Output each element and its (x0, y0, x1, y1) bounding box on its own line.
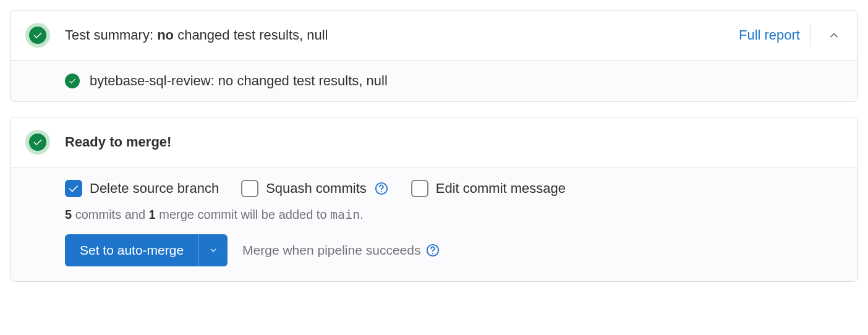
test-summary-header: Test summary: no changed test results, n… (11, 11, 857, 60)
success-status-icon (25, 23, 50, 48)
test-summary-detail-row: bytebase-sql-review: no changed test res… (11, 60, 857, 101)
collapse-toggle[interactable] (825, 27, 843, 44)
squash-commits-checkbox[interactable] (241, 180, 258, 197)
merge-options-row: Delete source branch Squash commits Edit… (65, 180, 843, 197)
test-summary-panel: Test summary: no changed test results, n… (10, 10, 858, 102)
merge-body: Delete source branch Squash commits Edit… (11, 167, 857, 281)
test-detail-text: bytebase-sql-review: no changed test res… (90, 73, 388, 89)
set-auto-merge-button[interactable]: Set to auto-merge (65, 234, 198, 266)
merge-dropdown-button[interactable] (198, 234, 228, 266)
ready-to-merge-title: Ready to merge! (65, 134, 171, 150)
merge-action-row: Set to auto-merge Merge when pipeline su… (65, 234, 843, 266)
merge-panel: Ready to merge! Delete source branch Squ… (10, 117, 858, 282)
edit-commit-label[interactable]: Edit commit message (436, 180, 566, 197)
merge-header: Ready to merge! (11, 117, 857, 167)
svg-point-1 (381, 191, 382, 192)
test-summary-text: Test summary: no changed test results, n… (65, 27, 739, 43)
delete-branch-checkbox[interactable] (65, 180, 82, 197)
squash-help-icon[interactable] (374, 181, 389, 196)
edit-commit-checkbox[interactable] (411, 180, 428, 197)
commits-info-text: 5 commits and 1 merge commit will be add… (65, 207, 843, 222)
divider (810, 24, 811, 46)
full-report-link[interactable]: Full report (739, 27, 800, 43)
merge-hint-help-icon[interactable] (425, 243, 440, 258)
squash-commits-label[interactable]: Squash commits (266, 180, 367, 197)
svg-point-3 (432, 253, 433, 254)
delete-branch-label[interactable]: Delete source branch (90, 180, 219, 197)
chevron-down-icon (209, 246, 218, 255)
chevron-up-icon (828, 29, 840, 41)
merge-hint: Merge when pipeline succeeds (242, 243, 440, 258)
success-small-icon (65, 74, 80, 88)
merge-status-icon (25, 130, 50, 155)
merge-button-group: Set to auto-merge (65, 234, 228, 266)
